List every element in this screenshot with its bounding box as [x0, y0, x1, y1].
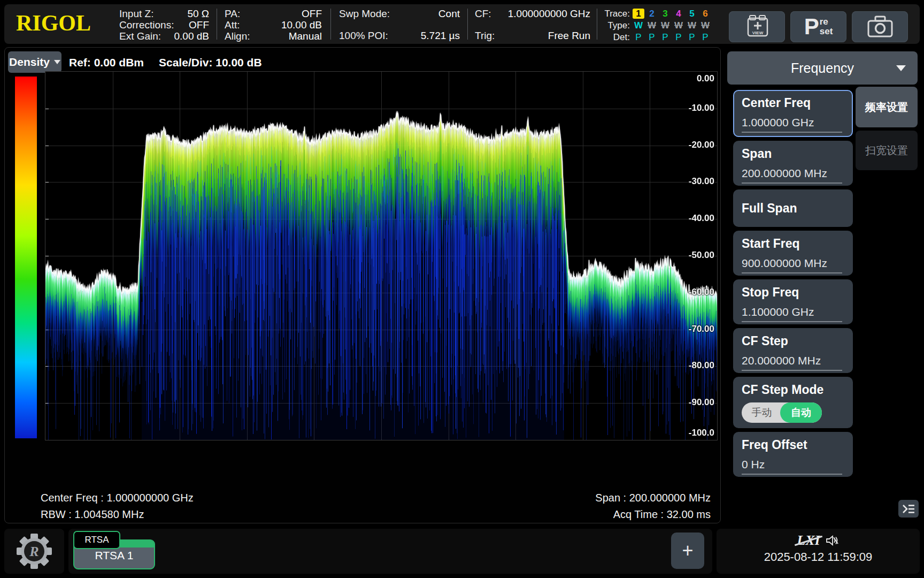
rbw-annotation: RBW : 1.004580 MHz	[41, 508, 144, 521]
rigol-gear-icon: R	[17, 534, 52, 569]
menu-item-stop-freq[interactable]: Stop Freq 1.100000 GHz	[733, 279, 853, 324]
field-value: 1.000000000 GHz	[508, 8, 590, 19]
field-label: PA:	[225, 8, 240, 19]
field-label: 100% POI:	[339, 30, 388, 41]
system-menu-button[interactable]: R	[4, 529, 64, 574]
trace-detector: P	[699, 32, 711, 42]
ref-level-readout: Ref: 0.00 dBm	[69, 56, 144, 69]
span-annotation: Span : 200.000000 MHz	[595, 492, 711, 504]
rtsa-app-tab[interactable]: RTSA 1 RTSA	[73, 531, 155, 569]
divider	[330, 9, 331, 40]
acq-time-annotation: Acq Time : 32.00 ms	[613, 508, 711, 521]
menu-item-freq-offset[interactable]: Freq Offset 0 Hz	[733, 432, 853, 477]
rtsa-chip-label: RTSA	[84, 535, 109, 545]
menu-item-start-freq[interactable]: Start Freq 900.000000 MHz	[733, 231, 853, 276]
menu-next-icon	[902, 504, 915, 514]
datetime-readout: 2025-08-12 11:59:09	[717, 550, 920, 564]
field-label: Corrections:	[119, 19, 174, 31]
y-axis-label: -90.00	[672, 397, 714, 408]
tab-span-settings[interactable]: 扫宽设置	[856, 131, 918, 170]
menu-title: Frequency	[791, 60, 854, 76]
preset-icon: P re set	[804, 16, 833, 37]
field-value: 10.00 dB	[281, 19, 322, 31]
add-app-button[interactable]: +	[671, 533, 704, 569]
field-value: 50 Ω	[187, 8, 209, 19]
sidebar-menu: Center Freq 1.000000 GHz Span 200.000000…	[733, 90, 853, 481]
frequency-menu-panel: Frequency Center Freq 1.000000 GHz Span …	[726, 51, 920, 522]
menu-item-value: 1.100000 GHz	[742, 306, 842, 322]
field-value: OFF	[189, 19, 209, 31]
cf-trig-group: CF:1.000000000 GHz Trig:Free Run	[475, 8, 590, 41]
menu-item-label: Span	[742, 147, 852, 161]
scale-per-div-readout: Scale/Div: 10.00 dB	[159, 56, 262, 69]
menu-title-dropdown[interactable]: Frequency	[727, 51, 918, 85]
trace-legend: Trace:123456 Type:WWWWWW Det:PPPPPP	[602, 8, 719, 43]
trace-number: 4	[673, 9, 684, 19]
top-status-bar: RIGOL Input Z:50 Ω Corrections:OFF Ext G…	[4, 4, 920, 44]
menu-item-span[interactable]: Span 200.000000 MHz	[733, 141, 853, 186]
trace-detectors: PPPPPP	[631, 32, 711, 43]
trace-number: 2	[646, 9, 658, 19]
trace-detector: P	[659, 32, 671, 42]
divider	[467, 9, 468, 40]
field-value: OFF	[302, 8, 322, 19]
menu-item-label: Freq Offset	[742, 438, 852, 452]
field-label: Att:	[225, 19, 240, 31]
trace-number: 1	[633, 9, 644, 19]
multi-view-button[interactable]: VIEW	[729, 11, 785, 42]
preset-re: re	[820, 17, 833, 27]
preset-button[interactable]: P re set	[790, 11, 846, 42]
rtsa-mode-chip: RTSA	[73, 531, 120, 549]
type-row-label: Type:	[602, 20, 630, 31]
y-axis-label: -50.00	[672, 250, 714, 261]
display-mode-dropdown[interactable]: Density	[8, 51, 61, 73]
trace-type: W	[633, 20, 644, 31]
attenuator-settings-group: PA:OFF Att:10.00 dB Align:Manual	[225, 8, 322, 41]
trace-type: W	[686, 20, 698, 31]
plus-icon: +	[682, 539, 693, 562]
y-axis-label: 0.00	[672, 73, 714, 84]
menu-item-label: Start Freq	[742, 237, 852, 251]
menu-item-label: Full Span	[742, 201, 797, 216]
tab-frequency-settings[interactable]: 频率设置	[856, 87, 918, 127]
trace-type: W	[659, 20, 671, 31]
center-freq-annotation: Center Freq : 1.000000000 GHz	[41, 492, 194, 504]
field-label: Align:	[225, 31, 250, 42]
field-label: Trig:	[475, 30, 495, 41]
menu-item-cf-step-mode: CF Step Mode 手动 自动	[733, 377, 853, 428]
spectrum-display-panel: Density Ref: 0.00 dBm Scale/Div: 10.00 d…	[4, 47, 721, 523]
svg-text:VIEW: VIEW	[752, 31, 763, 35]
trace-detector: P	[633, 32, 644, 42]
field-label: Ext Gain:	[119, 31, 161, 42]
density-colorbar	[15, 77, 37, 438]
menu-item-center-freq[interactable]: Center Freq 1.000000 GHz	[733, 90, 853, 137]
rigol-logo: RIGOL	[16, 11, 91, 35]
y-axis-label: -40.00	[672, 213, 714, 224]
preset-set: set	[820, 27, 833, 36]
field-value: 0.00 dB	[174, 31, 210, 42]
cf-step-mode-toggle[interactable]: 手动 自动	[742, 402, 822, 423]
menu-item-value: 0 Hz	[742, 458, 842, 475]
trace-detector: P	[646, 32, 658, 42]
toggle-option-auto[interactable]: 自动	[780, 402, 822, 423]
toggle-option-manual[interactable]: 手动	[742, 402, 782, 423]
lxi-status-icon: LXI	[797, 534, 820, 547]
y-axis-label: -70.00	[672, 324, 714, 334]
menu-item-value: 900.000000 MHz	[742, 257, 842, 273]
rtsa-tab-title: RTSA 1	[74, 549, 154, 562]
menu-more-button[interactable]	[898, 500, 919, 518]
screenshot-button[interactable]	[852, 11, 908, 42]
chevron-down-icon	[54, 60, 60, 64]
menu-item-full-span[interactable]: Full Span	[733, 189, 853, 227]
spectrum-graticule: 0.00-10.00-20.00-30.00-40.00-50.00-60.00…	[45, 71, 718, 440]
y-axis-label: -30.00	[672, 176, 714, 187]
system-status-panel: LXI 2025-08-12 11:59:09	[717, 529, 920, 574]
y-axis-label: -20.00	[672, 140, 714, 150]
field-value: Manual	[289, 31, 322, 42]
menu-item-cf-step[interactable]: CF Step 20.000000 MHz	[733, 328, 853, 373]
chevron-down-icon	[896, 65, 906, 71]
det-row-label: Det:	[602, 32, 630, 43]
field-value: 5.721 µs	[421, 30, 460, 41]
tab-label: 频率设置	[865, 100, 908, 115]
trace-type: W	[699, 20, 711, 31]
